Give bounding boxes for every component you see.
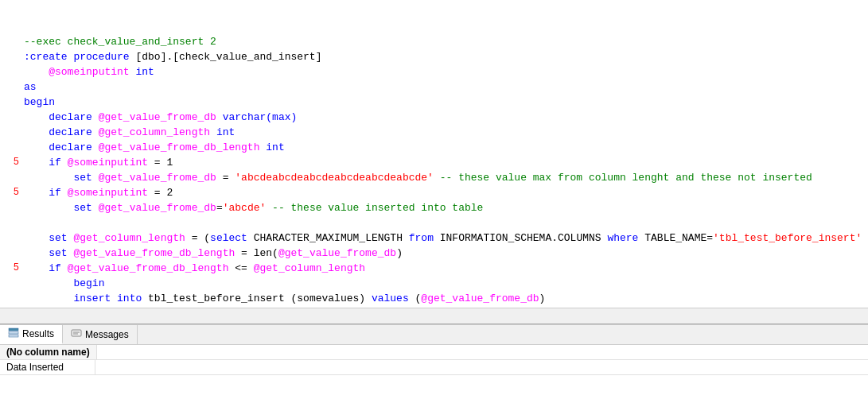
results-icon bbox=[8, 327, 19, 341]
code-line: insert into tbl_test_before_insert (some… bbox=[24, 292, 862, 307]
tab-label: Messages bbox=[85, 329, 129, 340]
code-line: :create procedure [dbo].[check_value_and… bbox=[24, 50, 862, 65]
code-line: declare @get_column_length int bbox=[24, 126, 862, 141]
code-line: begin bbox=[24, 95, 862, 110]
messages-icon bbox=[71, 328, 82, 342]
code-line: declare @get_value_frome_db_length int bbox=[24, 141, 862, 156]
code-line: set @get_value_frome_db = 'abcdeabcdeabc… bbox=[24, 171, 862, 186]
grid-header-cell: (No column name) bbox=[0, 345, 97, 359]
code-lines: --exec check_value_and_insert 2:create p… bbox=[0, 3, 868, 308]
tab-messages[interactable]: Messages bbox=[63, 325, 138, 344]
code-line: @someinputint int bbox=[24, 65, 862, 80]
tab-label: Results bbox=[22, 328, 54, 339]
tabs-bar: ResultsMessages bbox=[0, 324, 868, 345]
tab-results[interactable]: Results bbox=[0, 325, 63, 344]
scroll-bar[interactable] bbox=[0, 308, 868, 324]
bottom-section: ResultsMessages (No column name)Data Ins… bbox=[0, 324, 868, 403]
code-line: begin bbox=[24, 277, 862, 292]
line-indicator: 5 bbox=[3, 262, 19, 275]
code-line: 5 if @someinputint = 2 bbox=[24, 186, 862, 201]
code-editor[interactable]: --exec check_value_and_insert 2:create p… bbox=[0, 0, 868, 308]
code-line: as bbox=[24, 80, 862, 95]
code-line: declare @get_value_frome_db varchar(max) bbox=[24, 110, 862, 126]
results-grid: (No column name)Data Inserted bbox=[0, 345, 868, 403]
grid-data-row: Data Inserted bbox=[0, 360, 868, 375]
code-line: select 'Data Inserted' bbox=[24, 307, 862, 308]
svg-rect-3 bbox=[72, 330, 81, 336]
code-line: --exec check_value_and_insert 2 bbox=[24, 35, 862, 50]
code-line: 5 if @someinputint = 1 bbox=[24, 156, 862, 171]
grid-data-cell: Data Inserted bbox=[0, 360, 95, 374]
svg-rect-0 bbox=[9, 328, 18, 331]
line-indicator: 5 bbox=[3, 186, 19, 200]
code-line: 5 if @get_value_frome_db_length <= @get_… bbox=[24, 262, 862, 277]
grid-header-row: (No column name) bbox=[0, 345, 868, 360]
line-indicator: 5 bbox=[3, 156, 19, 169]
svg-rect-2 bbox=[9, 335, 18, 337]
svg-rect-1 bbox=[9, 331, 18, 334]
code-line: set @get_column_length = (select CHARACT… bbox=[24, 231, 862, 246]
code-line: set @get_value_frome_db='abcde' -- these… bbox=[24, 201, 862, 216]
code-line bbox=[24, 216, 862, 231]
code-line: set @get_value_frome_db_length = len(@ge… bbox=[24, 246, 862, 262]
